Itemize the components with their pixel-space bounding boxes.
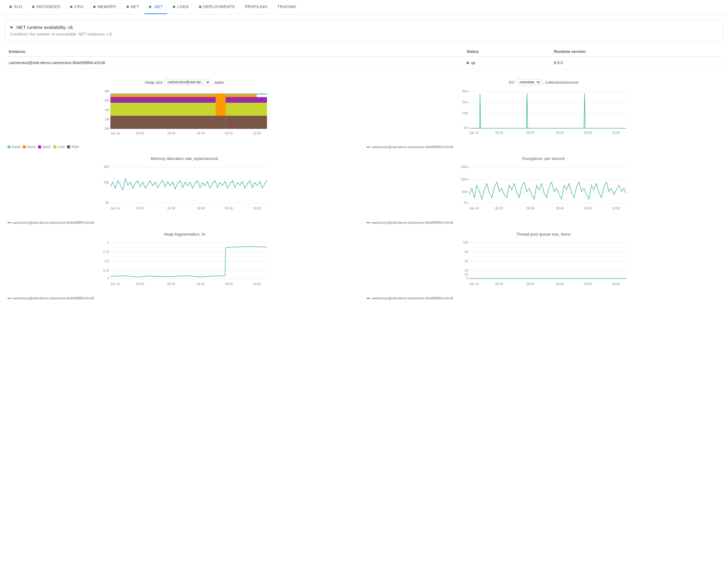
svg-text:0m: 0m bbox=[464, 201, 468, 205]
tab-net[interactable]: NET bbox=[122, 0, 144, 14]
svg-text:09:40: 09:40 bbox=[197, 282, 205, 286]
svg-text:10m: 10m bbox=[462, 111, 468, 115]
svg-text:30m: 30m bbox=[462, 90, 468, 93]
heap-size-title: Heap size cartservice@otel-de... , bytes bbox=[7, 79, 362, 85]
svg-rect-17 bbox=[226, 95, 257, 97]
svg-text:2M: 2M bbox=[105, 117, 109, 121]
legend-gen1: Gen1 bbox=[23, 145, 35, 149]
gc-svg: 30m 20m 10m 0m Jan 16 09:20 bbox=[366, 88, 721, 144]
exceptions-chart-panel: Exceptions, per second 150m 100m 50m 0m … bbox=[364, 151, 723, 227]
tab-logs[interactable]: LOGS bbox=[168, 0, 193, 14]
tab-dotnet-label: .NET bbox=[153, 4, 163, 9]
exceptions-title: Exceptions, per second bbox=[366, 156, 721, 161]
svg-text:09:20: 09:20 bbox=[495, 207, 503, 210]
heap-size-label: Heap size bbox=[145, 80, 163, 85]
legend-gen2: Gen2 bbox=[38, 145, 51, 149]
heap-size-chart-panel: Heap size cartservice@otel-de... , bytes… bbox=[5, 74, 364, 151]
svg-text:09:20: 09:20 bbox=[136, 132, 144, 135]
svg-text:1: 1 bbox=[107, 241, 109, 244]
gc-chart-area: 30m 20m 10m 0m Jan 16 09:20 bbox=[366, 88, 721, 149]
svg-text:09:30: 09:30 bbox=[167, 207, 175, 210]
svg-text:Jan 16: Jan 16 bbox=[110, 207, 120, 210]
tab-tracing-label: TRACING bbox=[278, 4, 296, 9]
nav-tabs: SLO INSTANCES CPU MEMORY NET .NET LOGS D… bbox=[0, 0, 728, 14]
svg-text:0M: 0M bbox=[105, 127, 109, 130]
heap-size-chart-area: 8M 6M 4M 2M 0M bbox=[7, 88, 362, 149]
gen0-color bbox=[7, 146, 10, 149]
heap-frag-label: Heap fragmentation, % bbox=[164, 232, 205, 237]
svg-rect-15 bbox=[226, 97, 267, 103]
memory-alloc-svg: 40K 20K 0K Jan 16 09:20 09:30 09:40 09:5… bbox=[7, 163, 362, 219]
svg-text:09:30: 09:30 bbox=[526, 207, 534, 210]
heap-size-unit: , bytes bbox=[212, 80, 224, 85]
status-panel: .NET runtime availability: ok Condition:… bbox=[5, 19, 723, 42]
thread-pool-chart-area: 100 80 60 40 20 0 Jan 16 09:20 09:30 09:… bbox=[366, 239, 721, 300]
thread-pool-title: Thread pool queue size, items bbox=[366, 232, 721, 237]
legend-loh: LOH bbox=[53, 145, 65, 149]
tab-tracing[interactable]: TRACING bbox=[273, 0, 301, 14]
heap-size-legend: Gen0 Gen1 Gen2 LOH POH bbox=[7, 145, 362, 149]
instance-status-text: up bbox=[471, 60, 475, 65]
svg-text:09:40: 09:40 bbox=[197, 132, 205, 135]
gen0-label: Gen0 bbox=[12, 145, 20, 149]
col-status: Status bbox=[463, 47, 550, 57]
net-dot bbox=[126, 6, 129, 8]
exceptions-legend: cartservice@otel-demo-cartservice-6b4d5f… bbox=[366, 221, 721, 224]
instance-name: cartservice@otel-demo-cartservice-6b4d5f… bbox=[5, 57, 463, 69]
heap-frag-title: Heap fragmentation, % bbox=[7, 232, 362, 237]
heap-frag-legend-item: cartservice@otel-demo-cartservice-6b4d5f… bbox=[7, 296, 94, 300]
svg-rect-11 bbox=[226, 116, 267, 129]
exceptions-chart-area: 150m 100m 50m 0m Jan 16 09:20 09:30 09:4… bbox=[366, 163, 721, 224]
tab-dotnet[interactable]: .NET bbox=[145, 0, 167, 14]
heap-frag-svg: 1 0.75 0.5 0.25 0 Jan 16 09:20 09:30 09:… bbox=[7, 239, 362, 295]
svg-text:150m: 150m bbox=[460, 165, 468, 169]
tab-memory[interactable]: MEMORY bbox=[89, 0, 121, 14]
tab-cpu[interactable]: CPU bbox=[66, 0, 87, 14]
svg-text:09:50: 09:50 bbox=[584, 131, 592, 134]
svg-text:09:40: 09:40 bbox=[556, 207, 564, 210]
tab-instances[interactable]: INSTANCES bbox=[28, 0, 64, 14]
tab-profiling[interactable]: PROFILING bbox=[240, 0, 272, 14]
instance-status-dot bbox=[466, 62, 469, 64]
cpu-dot bbox=[70, 6, 73, 8]
thread-pool-legend-item: cartservice@otel-demo-cartservice-6b4d5f… bbox=[366, 296, 453, 300]
svg-text:0m: 0m bbox=[464, 126, 468, 130]
svg-text:4M: 4M bbox=[105, 108, 109, 112]
tab-slo[interactable]: SLO bbox=[5, 0, 26, 14]
condition-value-link[interactable]: 0 bbox=[109, 32, 111, 36]
svg-text:0K: 0K bbox=[105, 201, 109, 205]
status-dot bbox=[10, 26, 13, 29]
svg-text:09:30: 09:30 bbox=[167, 282, 175, 286]
svg-text:09:50: 09:50 bbox=[225, 207, 233, 210]
tab-memory-label: MEMORY bbox=[98, 4, 116, 9]
svg-rect-18 bbox=[110, 94, 226, 95]
svg-text:0.5: 0.5 bbox=[105, 260, 109, 263]
heap-size-select[interactable]: cartservice@otel-de... bbox=[165, 79, 210, 85]
svg-rect-20 bbox=[216, 94, 226, 116]
thread-pool-label: Thread pool queue size, items bbox=[516, 232, 570, 237]
svg-text:09:30: 09:30 bbox=[526, 282, 534, 286]
logs-dot bbox=[173, 6, 175, 8]
memory-alloc-chart-area: 40K 20K 0K Jan 16 09:20 09:30 09:40 09:5… bbox=[7, 163, 362, 224]
svg-text:Jan 16: Jan 16 bbox=[110, 132, 120, 135]
instances-table: Instance Status Runtime version cartserv… bbox=[5, 47, 723, 69]
gc-legend-item: cartservice@otel-demo-cartservice-6b4d5f… bbox=[366, 145, 453, 149]
svg-text:10:00: 10:00 bbox=[253, 132, 261, 135]
svg-text:09:50: 09:50 bbox=[225, 132, 233, 135]
memory-alloc-legend-item: cartservice@otel-demo-cartservice-6b4d5f… bbox=[7, 221, 94, 224]
gen2-color bbox=[38, 146, 41, 149]
poh-label: POH bbox=[71, 145, 79, 149]
thread-pool-legend: cartservice@otel-demo-cartservice-6b4d5f… bbox=[366, 296, 721, 300]
svg-text:6M: 6M bbox=[105, 99, 109, 102]
tab-deployments[interactable]: DEPLOYMENTS bbox=[194, 0, 239, 14]
svg-text:09:50: 09:50 bbox=[584, 282, 592, 286]
exceptions-line-color bbox=[366, 222, 370, 223]
svg-text:0: 0 bbox=[107, 277, 109, 280]
gc-select[interactable]: overview bbox=[517, 79, 541, 85]
deployments-dot bbox=[199, 6, 202, 8]
svg-text:10:00: 10:00 bbox=[612, 282, 620, 286]
svg-text:Jan 16: Jan 16 bbox=[470, 207, 479, 210]
svg-text:0: 0 bbox=[466, 277, 468, 280]
table-row: cartservice@otel-demo-cartservice-6b4d5f… bbox=[5, 57, 723, 69]
gc-title: GC overview , collections/second bbox=[366, 79, 721, 85]
